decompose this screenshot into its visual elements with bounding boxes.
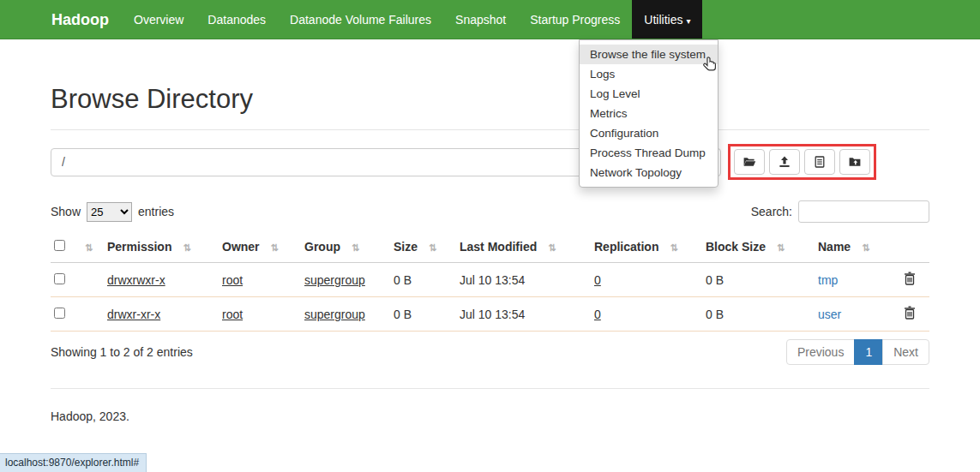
nav-item-datanode-volume-failures[interactable]: Datanode Volume Failures [278,0,443,39]
open-folder-icon [743,155,756,169]
sort-icon: ⇅ [352,242,359,253]
chevron-down-icon: ▾ [686,16,690,26]
delete-button[interactable] [904,306,916,322]
sort-icon: ⇅ [183,242,190,253]
annotation-red-box [728,144,876,180]
nav-item-snapshot[interactable]: Snapshot [443,0,518,39]
path-row [51,144,929,180]
entries-label: entries [138,205,174,218]
sort-icon: ⇅ [271,242,279,253]
page-1-button[interactable]: 1 [854,339,883,365]
nav-list: Overview Datanodes Datanode Volume Failu… [122,0,702,39]
search-control: Search: [751,200,929,223]
sort-icon: ⇅ [670,242,677,253]
divider-bottom [51,388,929,389]
pagination: Previous 1 Next [787,339,929,365]
block-size-value: 0 B [702,263,815,297]
menu-item-browse-file-system[interactable]: Browse the file system [580,45,718,64]
nav-item-utilities[interactable]: Utilities▾ [632,0,702,39]
block-size-value: 0 B [702,297,815,332]
brand-hadoop[interactable]: Hadoop [39,0,122,39]
sort-column-header[interactable]: ⇅ [81,231,104,263]
folder-upload-button[interactable] [839,149,870,175]
size-value: 0 B [390,263,456,297]
header-replication[interactable]: Replication⇅ [591,231,702,263]
select-all-checkbox[interactable] [54,240,65,251]
select-all-header [51,231,81,263]
file-name-link[interactable]: tmp [818,273,838,287]
header-name[interactable]: Name⇅ [815,231,890,263]
header-actions [890,231,929,263]
permission-link[interactable]: drwxr-xr-x [107,308,160,321]
main-content: Browse Directory [0,84,980,423]
divider-top [51,129,929,130]
table-row: drwxrwxr-x root supergroup 0 B Jul 10 13… [51,263,929,297]
upload-icon [778,155,791,169]
sort-icon: ⇅ [85,242,93,253]
page-size-control: Show 25 entries [51,202,174,222]
table-row: drwxr-xr-x root supergroup 0 B Jul 10 13… [51,297,929,332]
nav-item-startup-progress[interactable]: Startup Progress [518,0,632,39]
menu-item-logs[interactable]: Logs [580,64,718,84]
next-page-button[interactable]: Next [882,339,929,365]
utilities-dropdown: Browse the file system Logs Log Level Me… [579,39,718,188]
table-footer: Showing 1 to 2 of 2 entries Previous 1 N… [51,339,929,365]
header-permission[interactable]: Permission⇅ [104,231,219,263]
open-folder-button[interactable] [734,149,765,175]
sort-icon: ⇅ [862,242,869,253]
permission-link[interactable]: drwxrwxr-x [107,273,165,287]
file-name-link[interactable]: user [818,308,841,321]
modified-value: Jul 10 13:54 [456,263,591,297]
folder-upload-icon [848,155,862,169]
sort-icon: ⇅ [548,242,556,253]
replication-link[interactable]: 0 [594,308,601,321]
header-last-modified[interactable]: Last Modified⇅ [456,231,591,263]
owner-link[interactable]: root [222,308,243,321]
file-list-icon [813,155,827,169]
page-title: Browse Directory [51,84,929,115]
owner-link[interactable]: root [222,273,243,287]
utilities-label: Utilities [644,13,682,27]
modified-value: Jul 10 13:54 [456,297,591,332]
header-block-size[interactable]: Block Size⇅ [702,231,815,263]
file-browser-table: ⇅ Permission⇅ Owner⇅ Group⇅ Size⇅ Last M… [51,231,929,332]
replication-link[interactable]: 0 [594,273,601,287]
hand-cursor-icon [701,55,720,75]
search-input[interactable] [798,200,929,223]
previous-page-button[interactable]: Previous [786,339,855,365]
menu-item-network-topology[interactable]: Network Topology [580,163,718,182]
header-owner[interactable]: Owner⇅ [219,231,301,263]
delete-button[interactable] [904,272,916,288]
entries-summary: Showing 1 to 2 of 2 entries [51,345,193,359]
row-checkbox[interactable] [54,273,65,284]
footer-text: Hadoop, 2023. [51,409,929,423]
show-label: Show [51,205,81,218]
menu-item-process-thread-dump[interactable]: Process Thread Dump [580,143,718,163]
trash-icon [904,272,916,285]
sort-icon: ⇅ [429,242,436,253]
nav-item-overview[interactable]: Overview [122,0,195,39]
browser-status-bar: localhost:9870/explorer.html# [0,453,147,472]
table-controls: Show 25 entries Search: [51,200,929,223]
menu-item-configuration[interactable]: Configuration [580,123,718,143]
size-value: 0 B [390,297,456,332]
group-link[interactable]: supergroup [304,308,365,321]
trash-icon [904,306,916,320]
table-header-row: ⇅ Permission⇅ Owner⇅ Group⇅ Size⇅ Last M… [51,231,929,263]
sort-icon: ⇅ [777,242,785,253]
menu-item-log-level[interactable]: Log Level [580,84,718,104]
menu-item-metrics[interactable]: Metrics [580,104,718,123]
header-size[interactable]: Size⇅ [390,231,456,263]
upload-file-button[interactable] [769,149,800,175]
group-link[interactable]: supergroup [304,273,365,287]
row-checkbox[interactable] [54,308,65,319]
header-group[interactable]: Group⇅ [301,231,390,263]
file-list-button[interactable] [804,149,835,175]
page-size-select[interactable]: 25 [87,202,132,222]
search-label: Search: [751,205,792,218]
navbar: Hadoop Overview Datanodes Datanode Volum… [0,0,980,39]
nav-item-datanodes[interactable]: Datanodes [195,0,278,39]
